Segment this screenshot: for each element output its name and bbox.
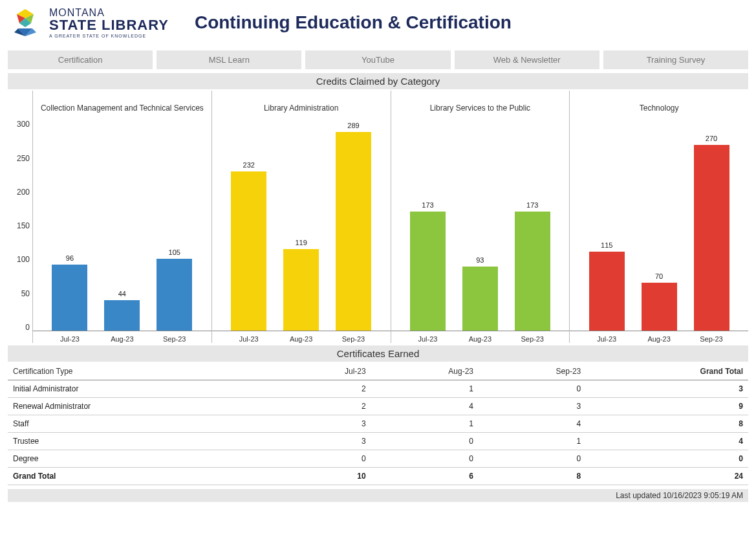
- table-section-title: Certificates Earned: [8, 345, 748, 362]
- tab-web-newsletter[interactable]: Web & Newsletter: [455, 50, 599, 69]
- bar-slot: 119: [275, 118, 327, 331]
- tab-youtube[interactable]: YouTube: [305, 50, 450, 69]
- table-grand-total-row: Grand Total106824: [8, 468, 748, 485]
- bar-slot: 173: [506, 118, 559, 331]
- tab-certification[interactable]: Certification: [8, 50, 153, 69]
- credits-chart: 050100150200250300 Collection Management…: [8, 91, 748, 343]
- table-cell: 0: [275, 450, 371, 468]
- row-label: Staff: [8, 415, 275, 433]
- table-cell: 24: [586, 468, 748, 485]
- y-tick: 200: [17, 188, 30, 197]
- bar-value-label: 44: [118, 290, 126, 298]
- logo-mark-icon: [8, 6, 43, 39]
- bar-slot: 232: [222, 118, 275, 331]
- table-cell: 9: [586, 398, 748, 415]
- table-header-cell: Certification Type: [8, 363, 275, 380]
- chart-panel: Library Administration232119289Jul-23Aug…: [211, 91, 391, 343]
- panel-title: Library Services to the Public: [391, 91, 570, 118]
- x-tick: Aug-23: [96, 335, 148, 343]
- row-label: Grand Total: [8, 468, 275, 485]
- y-tick: 250: [17, 154, 30, 163]
- table-cell: 0: [371, 433, 479, 450]
- x-tick: Aug-23: [275, 335, 327, 343]
- logo: MONTANA STATE LIBRARY A GREATER STATE OF…: [8, 6, 169, 39]
- table-cell: 3: [479, 398, 586, 415]
- table-cell: 4: [371, 398, 479, 415]
- row-label: Degree: [8, 450, 275, 468]
- bar-value-label: 119: [295, 239, 307, 246]
- table-cell: 2: [275, 380, 371, 398]
- header: MONTANA STATE LIBRARY A GREATER STATE OF…: [8, 6, 748, 39]
- table-header-cell: Sep-23: [479, 363, 586, 380]
- last-updated: Last updated 10/16/2023 9:05:19 AM: [8, 489, 748, 502]
- table-cell: 2: [275, 398, 371, 415]
- table-cell: 3: [275, 415, 371, 433]
- bar: [52, 265, 87, 331]
- plot-area: 232119289: [212, 118, 391, 331]
- bar-value-label: 232: [243, 161, 255, 169]
- panel-title: Library Administration: [212, 91, 391, 118]
- x-ticks: Jul-23Aug-23Sep-23: [33, 331, 211, 343]
- bar-slot: 270: [686, 118, 738, 331]
- chart-panel: Collection Management and Technical Serv…: [32, 91, 211, 343]
- table-cell: 1: [371, 380, 479, 398]
- chart-panel: Library Services to the Public17393173Ju…: [391, 91, 570, 343]
- logo-line3: A GREATER STATE OF KNOWLEDGE: [49, 34, 169, 38]
- tab-msl-learn[interactable]: MSL Learn: [157, 50, 301, 69]
- table-row: Renewal Administrator2439: [8, 398, 748, 415]
- x-tick: Jul-23: [581, 335, 633, 343]
- tab-bar: Certification MSL Learn YouTube Web & Ne…: [8, 50, 748, 69]
- x-tick: Sep-23: [506, 335, 559, 343]
- certificates-table: Certification TypeJul-23Aug-23Sep-23Gran…: [8, 363, 748, 485]
- bar: [694, 145, 729, 331]
- chart-panel: Technology11570270Jul-23Aug-23Sep-23: [569, 91, 748, 343]
- bar-slot: 289: [327, 118, 380, 331]
- x-tick: Sep-23: [327, 335, 380, 343]
- y-tick: 150: [17, 221, 30, 230]
- bar-slot: 96: [44, 118, 96, 331]
- bar-slot: 105: [148, 118, 200, 331]
- table-cell: 1: [371, 415, 479, 433]
- bar: [104, 300, 140, 331]
- table-cell: 8: [586, 415, 748, 433]
- table-row: Degree0000: [8, 450, 748, 468]
- bar-slot: 44: [96, 118, 148, 331]
- bar: [336, 132, 371, 331]
- y-tick: 50: [21, 289, 30, 298]
- x-ticks: Jul-23Aug-23Sep-23: [570, 331, 748, 343]
- table-cell: 0: [479, 450, 586, 468]
- bar: [642, 283, 677, 331]
- bar-value-label: 270: [706, 135, 717, 142]
- table-row: Initial Administrator2103: [8, 380, 748, 398]
- logo-line2: STATE LIBRARY: [49, 18, 169, 32]
- x-tick: Jul-23: [402, 335, 454, 343]
- x-tick: Sep-23: [148, 335, 200, 343]
- table-row: Staff3148: [8, 415, 748, 433]
- chart-panels: Collection Management and Technical Serv…: [32, 91, 748, 343]
- bar: [157, 259, 192, 331]
- plot-area: 9644105: [33, 118, 211, 331]
- bar-slot: 93: [454, 118, 506, 331]
- bar-value-label: 105: [169, 248, 180, 256]
- tab-training-survey[interactable]: Training Survey: [603, 50, 748, 69]
- table-header-cell: Jul-23: [275, 363, 371, 380]
- table-cell: 0: [479, 380, 586, 398]
- bar: [462, 267, 498, 331]
- chart-section-title: Credits Claimed by Category: [8, 73, 748, 89]
- table-header-cell: Grand Total: [586, 363, 748, 380]
- bar-value-label: 289: [347, 122, 359, 129]
- x-ticks: Jul-23Aug-23Sep-23: [212, 331, 391, 343]
- bar-slot: 173: [402, 118, 454, 331]
- y-tick: 300: [17, 120, 30, 129]
- y-axis: 050100150200250300: [8, 91, 32, 343]
- bar-value-label: 96: [66, 254, 74, 262]
- x-tick: Aug-23: [454, 335, 506, 343]
- x-tick: Sep-23: [686, 335, 738, 343]
- row-label: Renewal Administrator: [8, 398, 275, 415]
- bar-slot: 115: [581, 118, 633, 331]
- bar-value-label: 173: [526, 201, 538, 209]
- table-cell: 10: [275, 468, 371, 485]
- row-label: Initial Administrator: [8, 380, 275, 398]
- table-cell: 0: [586, 450, 748, 468]
- bar-slot: 70: [633, 118, 686, 331]
